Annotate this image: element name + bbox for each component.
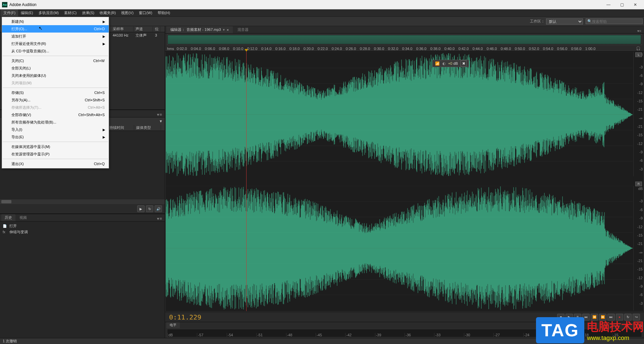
auto-play-button[interactable]: 🔊 xyxy=(155,205,162,212)
file-menu-item[interactable]: 追加打开▶ xyxy=(2,33,109,40)
timecode-display[interactable]: 0:11.229 xyxy=(169,313,201,321)
tab-mixer[interactable]: 混音器 xyxy=(233,26,253,33)
maximize-button[interactable]: ▢ xyxy=(615,1,629,8)
menu-4[interactable]: 效果(S) xyxy=(79,9,97,16)
channel-label-left: L xyxy=(635,52,642,57)
play-preview-button[interactable]: ▶ xyxy=(137,205,145,212)
tab-dropdown-icon[interactable]: ▼ xyxy=(222,28,225,32)
file-menu-item[interactable]: 导出(E)▶ xyxy=(2,133,109,141)
col-media-type[interactable]: 媒体类型 xyxy=(134,125,161,130)
ruler-tick: 0:16.0 xyxy=(275,47,289,51)
file-menu-item[interactable]: 在资源管理器中显示(P) xyxy=(2,150,109,158)
horizontal-scrollbar[interactable] xyxy=(0,199,165,204)
tab-levels[interactable]: 电平 xyxy=(166,322,180,328)
file-menu-item[interactable]: 打开(O)...Ctrl+O xyxy=(2,25,109,33)
ruler-tick: 0:56.0 xyxy=(557,47,571,51)
playhead[interactable] xyxy=(246,52,247,311)
menu-6[interactable]: 视图(V) xyxy=(118,9,136,16)
file-menu-item[interactable]: 导入(I)▶ xyxy=(2,126,109,133)
ruler-tick: 0:06.0 xyxy=(205,47,219,51)
close-window-button[interactable]: ✕ xyxy=(629,1,642,8)
window-titlebar: Au Adobe Audition — ▢ ✕ xyxy=(0,0,644,9)
panel-menu-icon[interactable]: ▾≡ xyxy=(156,216,163,221)
ruler-tick: 0:58.0 xyxy=(571,47,585,51)
workspace-label: 工作区： xyxy=(530,19,545,24)
tab-history[interactable]: 历史 xyxy=(1,214,15,221)
ruler-tick: 0:34.0 xyxy=(402,47,416,51)
file-menu-item[interactable]: 新建(N)▶ xyxy=(2,18,109,25)
watermark-tag: TAG xyxy=(536,317,584,343)
history-label: 伸缩与变调 xyxy=(9,230,28,235)
app-icon: Au xyxy=(2,2,7,7)
ruler-tick: 0:04.0 xyxy=(191,47,205,51)
ruler-tick: 0:38.0 xyxy=(430,47,444,51)
ruler-tick: 0:46.0 xyxy=(487,47,501,51)
col-channels[interactable]: 声道 xyxy=(133,27,153,32)
waveform-display[interactable]: dB-3-6-9-12-15-21-∞-21-15-12-9-6-3 dB-3-… xyxy=(166,52,643,311)
file-menu-item: 存储所选择为(T)...Ctrl+Alt+S xyxy=(2,104,109,111)
file-menu-dropdown[interactable]: 新建(N)▶打开(O)...Ctrl+O追加打开▶打开最近使用文件(R)▶从 C… xyxy=(2,17,109,168)
file-menu-item[interactable]: 关闭未使用的媒体(U) xyxy=(2,72,109,79)
file-menu-item[interactable]: 打开最近使用文件(R)▶ xyxy=(2,40,109,47)
watermark: TAG 电脑技术网 www.tagxp.com xyxy=(536,317,644,343)
tab-close-icon[interactable]: × xyxy=(227,28,229,32)
ruler-tick: 0:44.0 xyxy=(473,47,487,51)
hud-toolbar[interactable]: 📶 ◐ +0 dB ✖ xyxy=(432,60,469,67)
menu-1[interactable]: 编辑(E) xyxy=(18,9,36,16)
ruler-tick: 0:48.0 xyxy=(501,47,515,51)
file-menu-item[interactable]: 从 CD 中提取音频(D)... xyxy=(2,47,109,55)
db-scale-right: dB-3-6-9-12-15-21-∞-21-15-12-9-6-3 xyxy=(633,186,643,310)
file-menu-item[interactable]: 在媒体浏览器中显示(M) xyxy=(2,143,109,150)
panel-menu-icon[interactable]: ▾≡ xyxy=(156,112,163,117)
ruler-tick: 0:36.0 xyxy=(416,47,430,51)
menu-7[interactable]: 窗口(W) xyxy=(136,9,155,16)
panel-menu-icon[interactable]: ▾≡ xyxy=(636,29,643,33)
file-menu-item[interactable]: 另存为(A)...Ctrl+Shift+S xyxy=(2,96,109,104)
ruler-tick: 0:14.0 xyxy=(261,47,275,51)
file-menu-item[interactable]: 存储(S)Ctrl+S xyxy=(2,89,109,96)
file-menu-item[interactable]: 全部关闭(L) xyxy=(2,64,109,72)
search-help[interactable]: 🔍 xyxy=(586,18,643,24)
watermark-url: www.tagxp.com xyxy=(587,335,644,342)
tab-editor[interactable]: 编辑器： 音频素材 - 1967.mp3 ▼ × xyxy=(166,26,233,33)
waveform-overview[interactable] xyxy=(167,34,642,45)
headphone-icon[interactable]: 🎧 xyxy=(635,46,642,51)
col-bits[interactable]: 位 xyxy=(153,27,160,32)
ruler-tick: 0:54.0 xyxy=(543,47,557,51)
hud-pin-button[interactable]: ✖ xyxy=(461,60,467,66)
time-ruler[interactable]: hms 0:02.00:04.00:06.00:08.00:10.00:12.0… xyxy=(165,46,644,52)
menu-2[interactable]: 多轨混音(M) xyxy=(36,9,62,16)
watermark-title: 电脑技术网 xyxy=(587,319,644,335)
minimize-button[interactable]: — xyxy=(602,1,615,8)
menu-3[interactable]: 素材(C) xyxy=(61,9,79,16)
cell-bit: 3 xyxy=(153,33,160,37)
menu-0[interactable]: 文件(F) xyxy=(1,9,18,16)
tab-video[interactable]: 视频 xyxy=(16,214,30,221)
col-samplerate[interactable]: 采样率 xyxy=(111,27,133,32)
loop-button[interactable]: ↻ xyxy=(146,205,153,212)
file-menu-item[interactable]: 所有音频存储为批处理(B)... xyxy=(2,118,109,126)
history-panel: 历史 视频 ▾≡ 📄打开fx伸缩与变调 xyxy=(0,214,165,338)
file-menu-item[interactable]: 全部存储(V)Ctrl+Shift+Alt+S xyxy=(2,111,109,118)
menu-8[interactable]: 帮助(H) xyxy=(155,9,173,16)
search-icon: 🔍 xyxy=(587,19,592,23)
tab-editor-filename: 音频素材 - 1967.mp3 xyxy=(186,27,221,32)
workspace-select[interactable]: 默认 xyxy=(546,18,583,24)
waveform-left xyxy=(166,52,633,177)
history-row[interactable]: 📄打开 xyxy=(0,223,165,229)
history-row[interactable]: fx伸缩与变调 xyxy=(0,229,165,235)
hud-gain[interactable]: +0 dB xyxy=(448,61,458,65)
channel-label-right: R xyxy=(635,182,642,186)
file-menu-item[interactable]: 关闭(C)Ctrl+W xyxy=(2,57,109,64)
search-input[interactable] xyxy=(592,19,641,23)
filter-button[interactable]: ▼ xyxy=(159,119,163,123)
menu-5[interactable]: 收藏夹(R) xyxy=(97,9,118,16)
ruler-tick: 0:24.0 xyxy=(332,47,346,51)
col-duration[interactable]: 持续时间 xyxy=(107,125,134,130)
pan-icon[interactable]: ◐ xyxy=(441,61,447,66)
status-text: 1 次撤销 xyxy=(3,339,17,344)
signal-icon[interactable]: 📶 xyxy=(435,61,440,66)
file-menu-item[interactable]: 退出(X)Ctrl+Q xyxy=(2,160,109,167)
history-icon: fx xyxy=(3,230,5,234)
ruler-tick: 1:00.0 xyxy=(585,47,599,51)
